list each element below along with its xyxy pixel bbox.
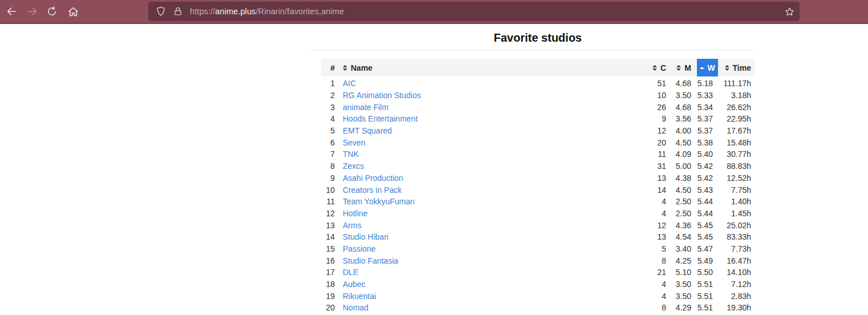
row-c-value: 13 [633, 232, 666, 241]
header-c[interactable]: C [633, 63, 666, 72]
row-m-value: 4.00 [666, 126, 691, 135]
table-row: 7 TNK 11 4.09 5.40 30.77h [321, 148, 755, 160]
studio-link[interactable]: Hoods Entertainment [343, 114, 418, 123]
url-path: /Rinarin/favorites,anime [255, 7, 344, 16]
header-rank: # [321, 63, 335, 72]
row-time-value: 1.40h [713, 197, 751, 206]
studio-link[interactable]: Team YokkyuFuman [343, 197, 415, 206]
row-time-value: 1.45h [713, 209, 751, 218]
row-w-value: 5.34 [691, 103, 713, 112]
row-w-value: 5.47 [691, 244, 713, 253]
row-time-value: 7.12h [713, 280, 751, 289]
header-name-label: Name [351, 63, 372, 72]
row-c-value: 4 [633, 280, 666, 289]
table-row: 11 Team YokkyuFuman 4 2.50 5.44 1.40h [321, 196, 755, 208]
row-w-value: 5.51 [691, 303, 713, 312]
table-row: 4 Hoods Entertainment 9 3.56 5.37 22.95h [321, 113, 755, 125]
row-c-value: 11 [633, 150, 666, 159]
lock-icon[interactable] [173, 6, 183, 17]
row-w-value: 5.44 [691, 209, 713, 218]
row-rank: 7 [321, 150, 335, 159]
row-time-value: 3.18h [713, 91, 751, 100]
sort-asc-icon [700, 67, 704, 69]
studio-link[interactable]: AIC [343, 79, 356, 88]
header-time[interactable]: Time [713, 63, 751, 72]
studio-link[interactable]: Seven [343, 138, 366, 147]
row-w-value: 5.51 [691, 280, 713, 289]
back-button[interactable] [2, 2, 21, 21]
studio-link[interactable]: DLE [343, 268, 358, 277]
row-m-value: 5.00 [666, 161, 691, 171]
row-w-value: 5.44 [691, 197, 713, 206]
studio-link[interactable]: Asahi Production [343, 173, 403, 183]
row-time-value: 16.47h [713, 256, 751, 265]
row-c-value: 21 [633, 268, 666, 277]
table-row: 3 animate Film 26 4.68 5.34 26.62h [321, 101, 755, 113]
row-time-value: 7.73h [713, 244, 751, 253]
row-rank: 10 [321, 185, 335, 195]
row-w-value: 5.33 [691, 91, 713, 100]
table-row: 18 Aubec 4 3.50 5.51 7.12h [321, 278, 755, 290]
sort-icon [343, 65, 347, 71]
row-time-value: 2.83h [713, 292, 751, 301]
table-row: 8 Zexcs 31 5.00 5.42 88.83h [321, 160, 755, 172]
row-c-value: 8 [633, 256, 666, 265]
browser-chrome: https://anime.plus/Rinarin/favorites,ani… [0, 0, 868, 24]
url-bar[interactable]: https://anime.plus/Rinarin/favorites,ani… [148, 2, 800, 21]
row-w-value: 5.42 [691, 161, 713, 171]
row-c-value: 8 [633, 303, 666, 312]
home-button[interactable] [64, 2, 82, 21]
reload-button[interactable] [43, 2, 61, 21]
studio-link[interactable]: Arms [343, 221, 362, 230]
studio-link[interactable]: Passione [343, 244, 376, 253]
header-name[interactable]: Name [335, 63, 633, 72]
row-m-value: 4.54 [666, 232, 691, 241]
row-rank: 18 [321, 280, 335, 289]
tracking-protection-shield-icon[interactable] [155, 6, 167, 17]
studio-link[interactable]: Studio Hibari [343, 232, 388, 241]
row-c-value: 51 [633, 79, 666, 88]
row-time-value: 111.17h [713, 79, 751, 88]
row-rank: 8 [321, 161, 335, 171]
studio-link[interactable]: Rikuentai [343, 292, 376, 301]
table-row: 10 Creators in Pack 14 4.50 5.43 7.75h [321, 184, 755, 196]
studio-link[interactable]: RG Animation Studios [343, 91, 421, 100]
studio-link[interactable]: animate Film [343, 103, 388, 112]
header-w-sorted[interactable]: W [691, 59, 713, 76]
row-w-value: 5.38 [691, 138, 713, 147]
forward-arrow-icon [26, 5, 39, 18]
row-w-value: 5.45 [691, 221, 713, 230]
row-rank: 17 [321, 268, 335, 277]
row-w-value: 5.37 [691, 114, 713, 123]
studio-link[interactable]: Studio Fantasia [343, 256, 398, 265]
table-row: 20 Nomad 8 4.29 5.51 19.30h [321, 302, 755, 314]
row-time-value: 83.33h [713, 232, 751, 241]
row-m-value: 2.50 [666, 197, 691, 206]
header-m-label: M [684, 63, 691, 72]
studio-link[interactable]: Aubec [343, 280, 366, 289]
forward-button [23, 2, 42, 21]
table-row: 12 Hotline 4 2.50 5.44 1.45h [321, 208, 755, 220]
table-row: 9 Asahi Production 13 4.38 5.42 12.52h [321, 172, 755, 184]
bookmark-star-icon[interactable] [784, 6, 795, 17]
row-m-value: 3.50 [666, 280, 691, 289]
row-c-value: 12 [633, 221, 666, 230]
row-rank: 11 [321, 197, 335, 206]
studio-link[interactable]: Creators in Pack [343, 185, 401, 195]
row-m-value: 3.50 [666, 91, 691, 100]
row-w-value: 5.50 [691, 268, 713, 277]
studio-link[interactable]: Hotline [343, 209, 368, 218]
studio-link[interactable]: Nomad [343, 303, 368, 312]
studio-link[interactable]: EMT Squared [343, 126, 392, 135]
row-m-value: 4.68 [666, 79, 691, 88]
studio-link[interactable]: TNK [343, 150, 359, 159]
row-time-value: 19.30h [713, 303, 751, 312]
row-rank: 15 [321, 244, 335, 253]
row-time-value: 26.62h [713, 103, 751, 112]
studio-link[interactable]: Zexcs [343, 161, 364, 171]
table-body: 1 AIC 51 4.68 5.18 111.17h 2 RG Animatio… [321, 78, 755, 314]
row-rank: 2 [321, 91, 335, 100]
url-text[interactable]: https://anime.plus/Rinarin/favorites,ani… [190, 7, 344, 16]
header-m[interactable]: M [666, 63, 691, 72]
row-m-value: 4.68 [666, 103, 691, 112]
